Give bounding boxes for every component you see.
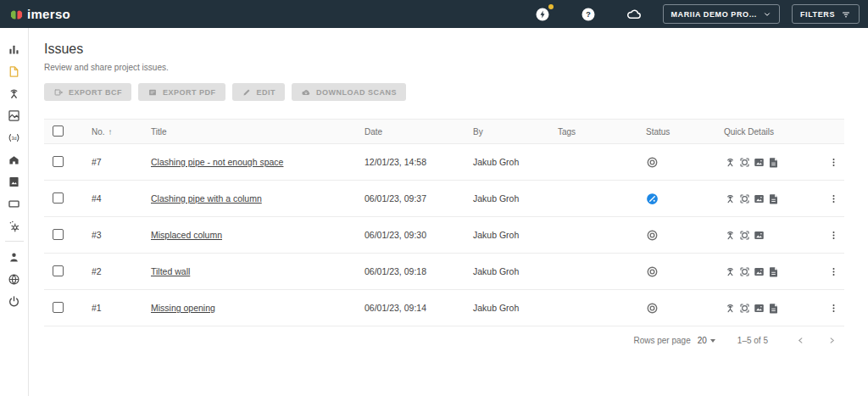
next-page-button[interactable]: [820, 334, 844, 347]
row-checkbox[interactable]: [53, 229, 64, 240]
scan-icon[interactable]: [724, 302, 737, 315]
notification-badge: [548, 4, 554, 9]
page-subtitle: Review and share project issues.: [44, 63, 844, 72]
note-icon[interactable]: [767, 265, 780, 278]
sidebar-item-buildings[interactable]: [0, 148, 29, 170]
row-menu-button[interactable]: [827, 265, 839, 278]
imerso-logo[interactable]: imerso: [10, 7, 70, 21]
row-date: 06/01/23, 09:37: [364, 193, 473, 204]
sidebar-item-automation[interactable]: [0, 215, 29, 237]
model-icon[interactable]: [738, 156, 751, 169]
select-all-checkbox[interactable]: [53, 125, 64, 137]
issue-title-link[interactable]: Clashing pipe - not enough space: [151, 157, 283, 167]
sidebar-item-language[interactable]: [0, 268, 29, 290]
export-pdf-button[interactable]: EXPORT PDF: [138, 83, 225, 101]
column-header-no[interactable]: No.↑: [92, 127, 151, 137]
pagination-range: 1–5 of 5: [737, 336, 768, 345]
column-header-date[interactable]: Date: [364, 127, 473, 137]
row-by: Jakub Groh: [473, 193, 558, 204]
status-open-icon: [646, 156, 659, 169]
chevron-down-icon: [763, 10, 771, 19]
issue-title-link[interactable]: Tilted wall: [151, 266, 190, 276]
image-icon[interactable]: [753, 229, 765, 242]
quick-details: [724, 156, 812, 169]
threed-icon: 3d: [7, 131, 21, 145]
row-checkbox[interactable]: [53, 302, 64, 313]
gear-icon: [7, 219, 21, 233]
row-menu-button[interactable]: [827, 301, 839, 315]
model-icon[interactable]: [738, 192, 751, 205]
sidebar-item-images[interactable]: [0, 104, 29, 126]
image-icon[interactable]: [753, 265, 765, 278]
scanner-icon: [7, 86, 21, 101]
sidebar-item-scans[interactable]: [0, 82, 29, 104]
caret-down-icon: [710, 339, 715, 343]
row-no: #4: [92, 193, 151, 204]
sidebar-item-walls[interactable]: [0, 192, 29, 215]
scan-icon[interactable]: [724, 156, 737, 169]
building-icon: [7, 153, 21, 167]
rows-per-page-label: Rows per page: [633, 336, 690, 345]
row-checkbox[interactable]: [53, 156, 64, 167]
sidebar-item-dashboard[interactable]: [0, 38, 29, 60]
issue-title-link[interactable]: Missing opening: [151, 303, 215, 313]
image-frame-icon: [7, 109, 21, 123]
media-icon: [7, 175, 21, 189]
edit-button[interactable]: EDIT: [232, 83, 286, 101]
row-checkbox[interactable]: [53, 192, 64, 204]
sidebar-item-3d-view[interactable]: 3d: [0, 126, 29, 148]
export-bcf-button[interactable]: EXPORT BCF: [44, 83, 131, 101]
image-icon[interactable]: [753, 156, 765, 169]
issue-title-link[interactable]: Misplaced column: [151, 230, 222, 240]
column-header-tags[interactable]: Tags: [558, 127, 646, 137]
model-icon[interactable]: [738, 302, 751, 315]
help-icon[interactable]: ?: [580, 6, 597, 23]
model-icon[interactable]: [738, 229, 751, 242]
export-icon: [53, 87, 64, 98]
scan-icon[interactable]: [724, 229, 737, 242]
quick-details: [724, 302, 812, 315]
scan-icon[interactable]: [724, 192, 737, 205]
row-date: 06/01/23, 09:30: [364, 230, 473, 240]
status-in-progress-icon: [646, 192, 659, 205]
pencil-icon: [242, 87, 252, 98]
cloud-icon[interactable]: [626, 6, 643, 23]
logo-text: imerso: [27, 7, 70, 21]
scan-icon[interactable]: [724, 265, 737, 278]
download-scans-button[interactable]: DOWNLOAD SCANS: [292, 83, 406, 101]
project-selector-button[interactable]: MARIIA DEMO PRO...: [663, 4, 780, 24]
export-bcf-label: EXPORT BCF: [69, 88, 122, 97]
sidebar-item-profile[interactable]: [0, 246, 29, 268]
row-menu-button[interactable]: [827, 155, 839, 169]
updates-icon[interactable]: [534, 6, 551, 23]
issue-title-link[interactable]: Clashing pipe with a column: [151, 193, 262, 204]
svg-text:?: ?: [586, 10, 591, 19]
previous-page-button[interactable]: [788, 334, 813, 347]
imerso-logo-icon: [10, 8, 23, 20]
note-icon[interactable]: [767, 302, 780, 315]
row-menu-button[interactable]: [827, 228, 839, 242]
export-pdf-label: EXPORT PDF: [163, 88, 216, 97]
download-scans-label: DOWNLOAD SCANS: [316, 88, 397, 97]
column-header-title[interactable]: Title: [151, 127, 364, 137]
model-icon[interactable]: [738, 265, 751, 278]
image-icon[interactable]: [753, 192, 765, 205]
frame-icon: [7, 197, 21, 211]
globe-icon: [7, 272, 21, 287]
row-menu-button[interactable]: [827, 192, 839, 205]
filters-button[interactable]: FILTERS: [792, 4, 860, 24]
sidebar-item-media[interactable]: [0, 170, 29, 192]
image-icon[interactable]: [753, 302, 765, 315]
column-header-by[interactable]: By: [473, 127, 558, 137]
row-checkbox[interactable]: [53, 265, 64, 276]
file-icon: [7, 64, 21, 79]
note-icon[interactable]: [767, 156, 780, 169]
sidebar-item-logout[interactable]: [0, 290, 29, 312]
sidebar-item-issues[interactable]: [0, 60, 29, 82]
pdf-icon: [147, 87, 158, 98]
filter-icon: [841, 9, 851, 20]
note-icon[interactable]: [767, 192, 780, 205]
column-header-status[interactable]: Status: [646, 127, 724, 137]
rows-per-page-select[interactable]: 20: [698, 336, 715, 345]
row-date: 12/01/23, 14:58: [364, 157, 473, 167]
